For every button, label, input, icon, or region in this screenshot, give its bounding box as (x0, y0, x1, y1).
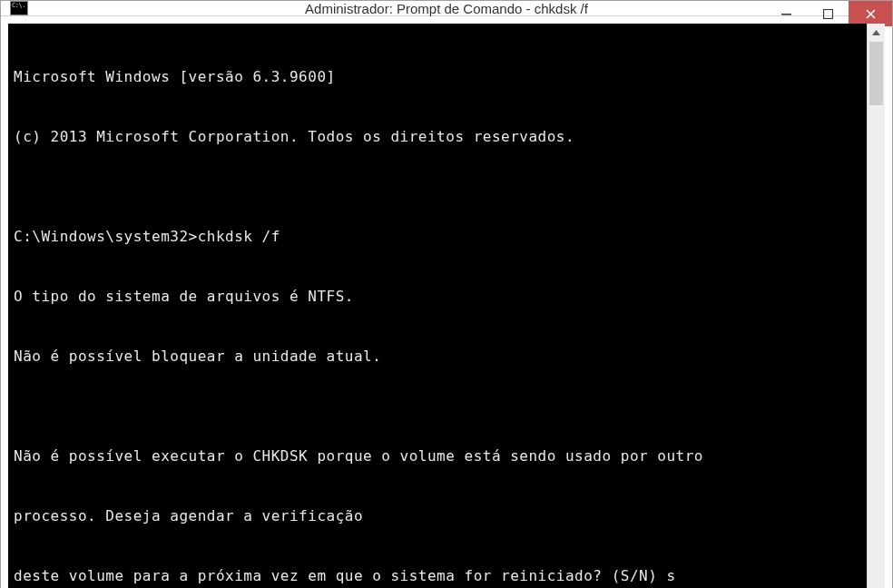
terminal-line: processo. Deseja agendar a verificação (14, 506, 861, 526)
titlebar[interactable]: C:\. Administrador: Prompt de Comando - … (1, 1, 892, 16)
scroll-thumb[interactable] (869, 42, 883, 105)
terminal-line: C:\Windows\system32>chkdsk /f (14, 227, 861, 247)
terminal-line: Não é possível bloquear a unidade atual. (14, 347, 861, 367)
terminal-line: deste volume para a próxima vez em que o… (14, 566, 861, 586)
close-button[interactable] (849, 1, 892, 26)
cmd-icon: C:\. (10, 1, 28, 15)
minimize-icon (781, 9, 791, 19)
terminal-line: (c) 2013 Microsoft Corporation. Todos os… (14, 127, 861, 147)
close-icon (866, 9, 876, 19)
maximize-button[interactable] (807, 1, 849, 26)
terminal-line: Microsoft Windows [versão 6.3.9600] (14, 67, 861, 87)
window-controls (765, 1, 892, 26)
terminal-output[interactable]: Microsoft Windows [versão 6.3.9600] (c) … (8, 24, 867, 588)
cmd-icon-text: C:\. (11, 2, 26, 10)
minimize-button[interactable] (765, 1, 807, 26)
content-area: Microsoft Windows [versão 6.3.9600] (c) … (1, 16, 892, 588)
vertical-scrollbar[interactable] (867, 24, 885, 588)
scroll-up-arrow-icon[interactable] (868, 24, 885, 42)
terminal-line: O tipo do sistema de arquivos é NTFS. (14, 287, 861, 307)
window-title: Administrador: Prompt de Comando - chkds… (1, 1, 892, 16)
svg-rect-1 (823, 9, 832, 18)
maximize-icon (823, 9, 833, 19)
terminal-line: Não é possível executar o CHKDSK porque … (14, 446, 861, 466)
svg-rect-0 (781, 14, 791, 15)
cmd-window: C:\. Administrador: Prompt de Comando - … (0, 0, 893, 588)
